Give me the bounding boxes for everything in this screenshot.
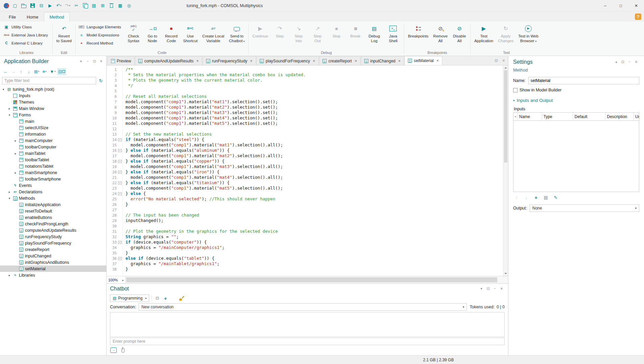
editor-tab-setmaterial[interactable]: setMaterial✕ — [404, 56, 442, 65]
tree-item-computeandupdateresults[interactable]: computeAndUpdateResults — [0, 227, 106, 233]
editor-tab-computeandupdateresults[interactable]: computeAndUpdateResults✕ — [135, 56, 202, 65]
open-file-icon[interactable] — [20, 1, 28, 10]
create-local-variable-button[interactable]: a=Create Local Variable — [200, 22, 226, 50]
tree-item-toolbartablet[interactable]: toolbarTablet — [0, 157, 106, 163]
output-select[interactable]: None — [530, 204, 639, 212]
utility-class-button[interactable]: ▣Utility Class — [2, 23, 51, 31]
fold-collapse-icon[interactable]: − — [118, 171, 122, 174]
revert-to-saved-button[interactable]: ↶Revert to Saved — [54, 22, 74, 50]
settings-float-icon[interactable]: ⊡ — [620, 59, 626, 65]
filter-icon[interactable]: ▼▾ — [49, 68, 56, 75]
editor-tab-playsoundforfrequency[interactable]: playSoundForFrequency✕ — [256, 56, 319, 65]
close-tab-icon[interactable]: ✕ — [196, 59, 199, 63]
chat-panel-icon[interactable]: ⊡ — [154, 295, 160, 301]
zoom-extents-icon[interactable]: ◎ — [125, 1, 133, 10]
close-tab-icon[interactable]: ✕ — [436, 59, 439, 62]
settings-pin-icon[interactable]: − — [626, 59, 633, 65]
filter-input[interactable] — [2, 77, 96, 84]
fold-collapse-icon[interactable]: − — [118, 138, 122, 141]
tree-item-themes[interactable]: Themes — [0, 99, 106, 105]
scrollbar-track[interactable] — [503, 70, 508, 271]
column-header-type[interactable]: Type — [542, 113, 573, 120]
use-shortcut-button[interactable]: B+CUse Shortcut — [181, 22, 200, 50]
tree-item-declarations[interactable]: ▸a=Declarations — [0, 189, 106, 195]
ribbon-tab-file[interactable]: File — [3, 12, 21, 22]
column-header-name[interactable]: Name — [518, 113, 542, 120]
settings-grid-icon[interactable]: ▦ — [116, 1, 124, 10]
collapse-arrow-icon[interactable]: ▾ — [7, 113, 11, 117]
ribbon-tab-method[interactable]: Method — [44, 12, 70, 22]
expand-arrow-icon[interactable]: ▸ — [13, 171, 18, 174]
go-to-node-icon[interactable]: ⊡ — [57, 68, 66, 75]
tree-item-enablebuttons[interactable]: enableButtons — [0, 214, 106, 221]
show-in-model-builder-checkbox[interactable] — [513, 88, 517, 92]
check-syntax-button[interactable]: ✓Check Syntax — [124, 22, 143, 50]
new-file-icon[interactable]: ▢ — [11, 1, 19, 10]
delete-conversation-icon[interactable] — [170, 295, 176, 301]
delete-icon[interactable] — [107, 1, 116, 10]
clear-conversation-icon[interactable] — [178, 295, 185, 301]
inputs-table[interactable]: »NameTypeDefaultDescriptionUn — [513, 112, 639, 192]
edit-input-icon[interactable]: ✎ — [552, 194, 559, 201]
step-into-button[interactable]: ↘Step Into — [289, 22, 308, 50]
tree-item-runfrequencystudy[interactable]: runFrequencyStudy — [0, 233, 106, 240]
duplicate-icon[interactable]: ⊞ — [99, 1, 107, 10]
row-up-icon[interactable]: ↑ — [513, 194, 520, 201]
breakpoints-button[interactable]: Breakpoints — [406, 22, 430, 50]
editor-tab-createreport[interactable]: createReport✕ — [319, 56, 361, 65]
break-button[interactable]: ▮▮Break — [346, 22, 364, 50]
comsol-logo[interactable] — [2, 1, 10, 10]
minimize-button[interactable]: – — [597, 0, 613, 11]
external-java-library-button[interactable]: JavaExternal Java Library — [2, 31, 51, 39]
close-tab-icon[interactable]: ✕ — [398, 59, 401, 63]
tree-item-mainsmartphone[interactable]: ▸mainSmartphone — [0, 169, 106, 176]
java-shell-button[interactable]: >_Java Shell — [384, 22, 402, 50]
tree-item-notationstablet[interactable]: notationsTablet — [0, 163, 106, 169]
test-in-web-browser-button[interactable]: ▶Test in Web Browser ▾ — [516, 22, 540, 50]
expand-arrow-icon[interactable]: ▸ — [7, 274, 11, 277]
inputs-table-body[interactable] — [513, 121, 639, 192]
add-conversation-icon[interactable]: + — [162, 295, 168, 301]
column-header-description[interactable]: Description — [606, 113, 634, 120]
record-code-button[interactable]: ●Record Code — [162, 22, 180, 50]
tree-item-resettodefault[interactable]: resetToDefault — [0, 208, 106, 214]
chatbot-menu-icon[interactable]: ▾ — [478, 286, 484, 291]
attach-icon[interactable] — [119, 347, 126, 353]
step-button[interactable]: ↷Step — [271, 22, 289, 50]
paste-icon[interactable]: ▤ — [90, 1, 98, 10]
collapse-arrow-icon[interactable]: ▾ — [1, 88, 5, 91]
tree-item-initializeapplication[interactable]: initializeApplication — [0, 201, 106, 208]
ribbon-tab-home[interactable]: Home — [21, 12, 44, 22]
tree-item-methods[interactable]: ▾Methods — [0, 195, 106, 201]
tree-item-libraries[interactable]: ▸≡Libraries — [0, 272, 106, 278]
panel-minimize-icon[interactable]: − — [85, 59, 91, 64]
record-method-button[interactable]: ●Record Method — [77, 39, 123, 47]
step-out-button[interactable]: ↗Step Out — [308, 22, 327, 50]
close-tab-icon[interactable]: ✕ — [313, 59, 315, 63]
external-c-library-button[interactable]: CExternal C Library — [2, 39, 51, 47]
column-header-default[interactable]: Default — [573, 113, 606, 120]
stop-button[interactable]: ■Stop — [327, 22, 345, 50]
tree-item-forms[interactable]: ▾Forms — [0, 112, 106, 118]
editor-menu-icon[interactable]: ≡ — [501, 58, 507, 63]
tree-item-createreport[interactable]: createReport — [0, 246, 106, 253]
fold-collapse-icon[interactable]: − — [118, 257, 122, 260]
forward-icon[interactable]: → — [10, 68, 17, 75]
language-elements-button[interactable]: ABCLanguage Elements — [77, 23, 123, 31]
panel-float-icon[interactable]: ⊡ — [91, 59, 97, 64]
panel-close-icon[interactable]: ✕ — [98, 59, 104, 64]
settings-close-icon[interactable]: ✕ — [633, 59, 639, 65]
copy-icon[interactable] — [81, 1, 89, 10]
close-button[interactable]: ✕ — [628, 0, 644, 11]
editor-float-icon[interactable]: ⊡ — [493, 58, 499, 63]
chatbot-pin-icon[interactable]: − — [492, 286, 498, 291]
close-tab-icon[interactable]: ✕ — [355, 59, 357, 63]
load-input-icon[interactable]: ▤ — [542, 194, 549, 201]
go-to-node-button[interactable]: →Go to Node — [143, 22, 162, 50]
tree-item-selectuisize[interactable]: selectUISize — [0, 124, 106, 131]
horizontal-scrollbar-thumb[interactable] — [126, 277, 497, 282]
tree-item-initgraphicsandbuttons[interactable]: initGraphicsAndButtons — [0, 259, 106, 265]
move-down-icon[interactable]: ↓ — [25, 68, 32, 75]
panel-menu-icon[interactable]: ▾ — [78, 59, 84, 64]
cut-icon[interactable]: ✂ — [72, 1, 81, 10]
